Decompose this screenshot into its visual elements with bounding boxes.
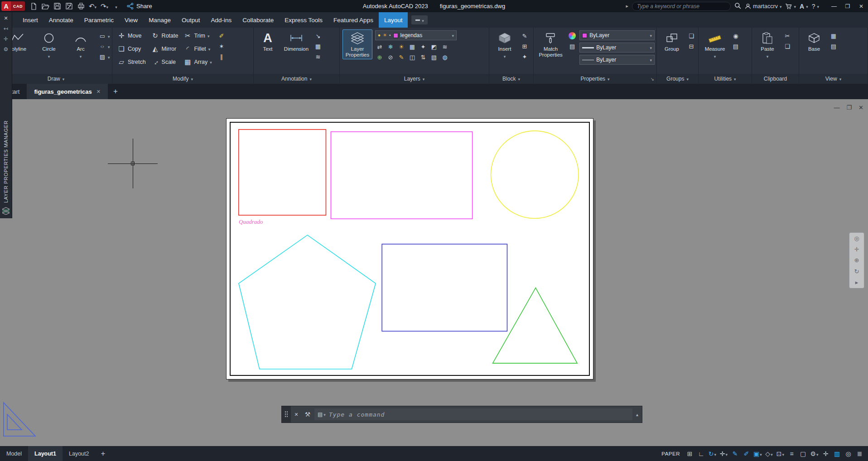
layout-tab-model[interactable]: Model (0, 446, 28, 461)
id-point-icon[interactable]: ◉ (731, 32, 740, 40)
layer-color-swatch[interactable] (393, 33, 398, 38)
viewport-restore-icon[interactable] (846, 104, 852, 111)
workspace-switching-caret-icon[interactable] (816, 450, 819, 457)
rectangle-tool-icon[interactable]: ▭ (98, 32, 107, 40)
layer-dropdown-caret-icon[interactable] (452, 32, 454, 38)
modify-trim-button[interactable]: ✂Trim (181, 29, 214, 42)
ribbon-tab-express-tools[interactable]: Express Tools (279, 12, 328, 28)
quick-calc-icon[interactable]: ▤ (731, 42, 740, 50)
status-add-annotation-scales-button[interactable]: ✐ (741, 448, 752, 460)
erase-icon[interactable]: ✐ (217, 32, 226, 40)
ribbon-tab-collaborate[interactable]: Collaborate (237, 12, 279, 28)
explode-icon[interactable]: ✶ (217, 42, 226, 50)
measure-dropdown-icon[interactable] (714, 53, 716, 59)
layer-tool-icon[interactable]: ▦ (408, 43, 417, 51)
insert-button[interactable]: Insert (492, 29, 517, 60)
account-button[interactable]: martaccrv (745, 3, 781, 10)
file-tab-close-icon[interactable] (96, 89, 101, 95)
command-line-grip[interactable] (282, 406, 291, 423)
properties-list-icon[interactable]: ▤ (568, 42, 577, 50)
copy-clip-icon[interactable]: ❏ (783, 42, 792, 50)
color-dropdown-caret-icon[interactable] (650, 32, 652, 38)
layer-tool-icon[interactable]: ▧ (429, 53, 439, 61)
layer-tool-icon[interactable]: ⊘ (386, 53, 395, 61)
blue-rectangle[interactable] (382, 244, 507, 331)
base-button[interactable]: Base (802, 29, 826, 53)
ribbon-tab-layout[interactable]: Layout (379, 12, 408, 28)
ribbon-tab-manage[interactable]: Manage (143, 12, 176, 28)
panel-title-properties[interactable]: Properties↘ (534, 74, 656, 84)
status-annotation-monitor-button[interactable]: ✛ (820, 448, 831, 460)
paper-space-button[interactable]: PAPER (661, 451, 680, 456)
undo-dropdown[interactable] (95, 2, 97, 10)
object-color-dropdown[interactable]: ByLayer (579, 30, 655, 40)
undo-button[interactable]: ↶ (87, 0, 98, 12)
arc-dropdown-icon[interactable] (80, 53, 82, 59)
recent-commands-icon[interactable]: ▤ (318, 411, 326, 418)
polar-tracking-caret-icon[interactable] (726, 450, 728, 457)
modify-array-button[interactable]: ▦Array (181, 56, 214, 68)
status-isodraft-button[interactable]: ◇ (763, 448, 775, 460)
panel-title-draw[interactable]: Draw (0, 74, 112, 84)
annotation-autoscale-caret-icon[interactable] (714, 450, 717, 457)
ribbon-tab-insert[interactable]: Insert (17, 12, 43, 28)
palette-move-icon[interactable]: ✛ (4, 36, 8, 42)
command-input-field[interactable]: ▤ (314, 408, 632, 420)
open-file-button[interactable] (40, 0, 51, 12)
modify-copy-button[interactable]: ❏Copy (115, 43, 148, 55)
share-button[interactable]: Share (127, 3, 152, 10)
status-customization-button[interactable]: ≣ (854, 448, 865, 460)
zoom-icon[interactable]: ⊕ (854, 257, 859, 264)
palette-autohide-icon[interactable]: ↤ (4, 25, 8, 32)
palette-close-button[interactable] (4, 15, 8, 21)
ribbon-collapse-button[interactable] (411, 15, 428, 24)
layer-properties-button[interactable]: Layer Properties (342, 29, 372, 59)
layer-tool-icon[interactable]: ≋ (440, 43, 449, 51)
group-button[interactable]: Group (660, 29, 684, 53)
ribbon-tab-view[interactable]: View (119, 12, 143, 28)
plot-button[interactable] (75, 0, 87, 12)
modify-fillet-button[interactable]: ◜Fillet (181, 43, 214, 55)
ribbon-tab-featured-apps[interactable]: Featured Apps (328, 12, 379, 28)
panel-title-block[interactable]: Block (489, 74, 533, 84)
modify-move-button[interactable]: ✛Move (115, 29, 148, 42)
command-line-palette[interactable]: ⚒ ▤ (281, 406, 642, 423)
help-button[interactable]: ? (812, 3, 819, 10)
insert-dropdown-icon[interactable] (504, 53, 506, 59)
layer-lock-icon[interactable]: ▪ (389, 33, 391, 38)
redo-button[interactable]: ↷ (99, 0, 110, 12)
status-model-paper-toggle-button[interactable]: ⊞ (684, 448, 695, 460)
layer-on-icon[interactable]: ● (378, 33, 381, 38)
text-button[interactable]: A Text (256, 29, 279, 53)
status-isolate-objects-button[interactable]: ◎ (843, 448, 854, 460)
command-customize-wrench-icon[interactable]: ⚒ (302, 411, 313, 418)
new-file-button[interactable] (28, 0, 39, 12)
paper-sheet[interactable]: Quadrado (226, 118, 593, 379)
measure-button[interactable]: Measure (701, 29, 728, 60)
block-create-icon[interactable]: ⊞ (520, 42, 529, 50)
panel-title-utilities[interactable]: Utilities (699, 74, 752, 84)
circle-dropdown-icon[interactable] (48, 53, 50, 59)
showmotion-icon[interactable]: ▸ (855, 279, 858, 286)
search-expand-icon[interactable]: ▸ (626, 3, 629, 9)
hatch-dropdown-icon[interactable] (108, 53, 110, 61)
layer-tool-icon[interactable]: ☀ (397, 43, 406, 51)
layout-tab-layout2[interactable]: Layout2 (63, 446, 95, 461)
modify-scale-button[interactable]: ↔Scale (149, 56, 181, 68)
match-properties-button[interactable]: Match Properties (536, 29, 565, 59)
command-line-close-button[interactable] (291, 412, 302, 418)
layer-tool-icon[interactable]: ◩ (429, 43, 439, 51)
modify-mirror-button[interactable]: ◭Mirror (149, 43, 181, 55)
layer-tool-icon[interactable]: ❄ (386, 43, 395, 51)
layer-thaw-icon[interactable]: ☀ (383, 33, 387, 38)
shape-label[interactable]: Quadrado (239, 218, 263, 226)
status-annotation-visibility-button[interactable]: ✎ (729, 448, 741, 460)
offset-icon[interactable]: ∥ (217, 53, 226, 61)
redo-dropdown[interactable] (106, 2, 109, 10)
modify-rotate-button[interactable]: ↻Rotate (149, 29, 181, 42)
pan-icon[interactable]: ✛ (854, 246, 859, 253)
layer-properties-palette[interactable]: ↤ ✛ ⚙ LAYER PROPERTIES MANAGER (0, 12, 12, 218)
store-button[interactable] (785, 3, 796, 10)
ribbon-tab-output[interactable]: Output (176, 12, 206, 28)
layer-dropdown[interactable]: ● ☀ ▪ legendas (375, 30, 457, 40)
